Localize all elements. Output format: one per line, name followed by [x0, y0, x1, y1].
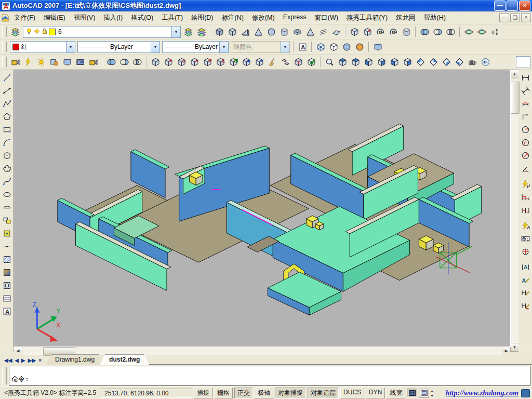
- box-button[interactable]: [213, 25, 226, 38]
- view-left-button[interactable]: [362, 56, 375, 69]
- drawing-canvas[interactable]: ZYX: [14, 70, 510, 347]
- mdi-close-button[interactable]: ×: [521, 14, 531, 22]
- union-button[interactable]: [418, 25, 431, 38]
- point-button[interactable]: [1, 240, 14, 253]
- tray-expand-arrow[interactable]: ▴▾: [431, 389, 433, 398]
- delete-faces-button[interactable]: ×: [188, 56, 201, 69]
- 3d-move-button[interactable]: +: [361, 25, 374, 38]
- close-button[interactable]: ×: [519, 1, 530, 11]
- tab-last-button[interactable]: ▶▶: [27, 357, 37, 363]
- linetype-control[interactable]: ByLayer▼: [77, 41, 160, 53]
- view-nw-isometric-button[interactable]: [453, 56, 466, 69]
- thicken-button[interactable]: [323, 56, 336, 69]
- minimize-button[interactable]: —: [494, 1, 506, 11]
- layer-combo-dropdown-icon[interactable]: ▼: [171, 26, 180, 37]
- extrude-faces-button[interactable]: ↑: [149, 56, 162, 69]
- subtract-2-button[interactable]: [118, 56, 131, 69]
- materials-button[interactable]: [48, 56, 61, 69]
- scroll-up-button[interactable]: ▲: [510, 70, 519, 78]
- layer-properties-manager-button[interactable]: [9, 25, 22, 38]
- mdi-minimize-button[interactable]: —: [499, 14, 509, 22]
- menu-筑龙网[interactable]: 筑龙网: [392, 12, 420, 24]
- menu-绘图d[interactable]: 绘图(D): [187, 12, 217, 24]
- center-mark-button[interactable]: [519, 245, 532, 258]
- rotate-faces-button[interactable]: ↺: [201, 56, 214, 69]
- region-button[interactable]: [1, 279, 14, 292]
- intersect-2-button[interactable]: [131, 56, 144, 69]
- radius-dimension-button[interactable]: [519, 123, 532, 136]
- horizontal-scroll-track[interactable]: [22, 347, 502, 355]
- menu-窗口w[interactable]: 窗口(W): [311, 12, 342, 24]
- model-space-button[interactable]: [407, 389, 417, 398]
- backgrounds-button[interactable]: [74, 56, 87, 69]
- dimension-update-button[interactable]: [519, 287, 532, 300]
- dimension-style-button[interactable]: [519, 300, 532, 313]
- toggle-对象捕捉[interactable]: 对象捕捉: [275, 388, 306, 398]
- imprint-button[interactable]: +: [253, 56, 266, 69]
- toolbar-grip[interactable]: [2, 57, 7, 67]
- planar-mapping-button[interactable]: [61, 56, 74, 69]
- torus-button[interactable]: [291, 25, 304, 38]
- sweep-button[interactable]: [387, 25, 400, 38]
- diameter-dimension-button[interactable]: [519, 149, 532, 162]
- arc-length-dimension-button[interactable]: [519, 97, 532, 110]
- sun-properties-button[interactable]: [35, 56, 48, 69]
- intersect-button[interactable]: [444, 25, 457, 38]
- vertical-scroll-track[interactable]: [511, 78, 518, 343]
- menu-标注n[interactable]: 标注(N): [218, 12, 248, 24]
- view-control-combo[interactable]: [516, 56, 530, 68]
- aligned-dimension-button[interactable]: [519, 84, 532, 97]
- toolbar-grip[interactable]: [2, 42, 7, 52]
- horizontal-scrollbar[interactable]: ◀ ▶: [14, 347, 511, 355]
- planar-surface-button[interactable]: [330, 25, 343, 38]
- toggle-dyn[interactable]: DYN: [366, 388, 385, 398]
- revision-cloud-button[interactable]: [1, 162, 14, 175]
- 3d-adjust-distance-button[interactable]: 0: [488, 25, 501, 38]
- layer-states-manager-button[interactable]: [182, 25, 195, 38]
- coordinates-display[interactable]: 2513.70, 6120.96, 0.00: [100, 389, 192, 398]
- toggle-线宽[interactable]: 线宽: [387, 388, 405, 398]
- polyline-button[interactable]: [1, 97, 14, 110]
- toggle-ducs[interactable]: DUCS: [340, 388, 364, 398]
- subtract-button[interactable]: [431, 25, 444, 38]
- angular-dimension-button[interactable]: [519, 162, 532, 175]
- baseline-dimension-button[interactable]: [519, 191, 532, 204]
- menu-插入i[interactable]: 插入(I): [99, 12, 127, 24]
- tab-first-button[interactable]: ◀◀: [3, 357, 13, 363]
- 3d-orbit-button[interactable]: [462, 25, 475, 38]
- drawing-area[interactable]: ZYX: [14, 70, 511, 347]
- menu-工具t[interactable]: 工具(T): [157, 12, 187, 24]
- dimension-text-edit-button[interactable]: A: [519, 274, 532, 287]
- quick-leader-button[interactable]: A: [519, 219, 532, 232]
- 3d-wireframe-style-button[interactable]: [340, 41, 353, 54]
- vertical-scroll-thumb[interactable]: [511, 82, 520, 114]
- lights-button[interactable]: [22, 56, 35, 69]
- insert-block-button[interactable]: [1, 214, 14, 227]
- loft-button[interactable]: [400, 25, 413, 38]
- view-se-isometric-button[interactable]: [427, 56, 440, 69]
- view-right-button[interactable]: [375, 56, 388, 69]
- ellipse-arc-button[interactable]: [1, 201, 14, 214]
- shaded-style-button[interactable]: [353, 41, 366, 54]
- menu-编辑e[interactable]: 编辑(E): [39, 12, 70, 24]
- dimension-edit-button[interactable]: A: [519, 261, 532, 274]
- lineweight-control-dropdown-icon[interactable]: ▼: [219, 42, 228, 52]
- render-button[interactable]: [9, 56, 22, 69]
- toggle-栅格[interactable]: 栅格: [214, 388, 233, 398]
- layer-control-combo[interactable]: 6▼: [23, 26, 181, 38]
- menu-燕秀工具箱y[interactable]: 燕秀工具箱(Y): [342, 12, 392, 24]
- lineweight-control[interactable]: ByLayer▼: [162, 41, 229, 53]
- 3d-hidden-style-button[interactable]: [327, 41, 340, 54]
- tab-next-button[interactable]: ▶: [20, 357, 26, 363]
- ellipse-button[interactable]: [1, 188, 14, 201]
- offset-faces-button[interactable]: ◇: [175, 56, 188, 69]
- command-window-grip[interactable]: [2, 367, 7, 384]
- menu-文件f[interactable]: 文件(F): [10, 12, 39, 24]
- sphere-button[interactable]: [265, 25, 278, 38]
- 2d-wireframe-style-button[interactable]: [314, 41, 327, 54]
- jogged-dimension-button[interactable]: [519, 136, 532, 149]
- check-button[interactable]: [305, 56, 318, 69]
- continue-dimension-button[interactable]: [519, 204, 532, 217]
- menu-express[interactable]: Express: [279, 12, 311, 24]
- helix-button[interactable]: [317, 25, 330, 38]
